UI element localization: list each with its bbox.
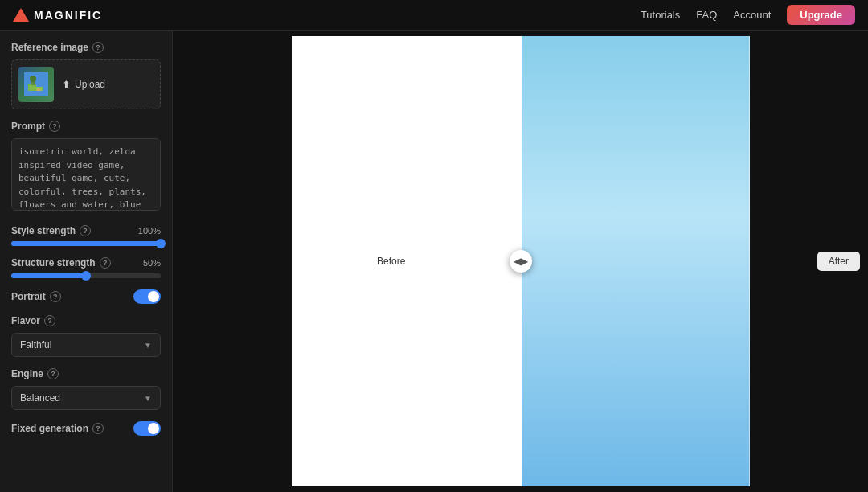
prompt-label: Prompt ? (11, 121, 161, 132)
engine-help-icon[interactable]: ? (47, 368, 59, 379)
svg-rect-5 (37, 88, 40, 91)
structure-strength-help-icon[interactable]: ? (100, 257, 111, 269)
divider-handle[interactable]: ◀▶ (510, 250, 532, 273)
flavor-chevron-icon: ▼ (144, 341, 152, 350)
account-link[interactable]: Account (733, 9, 771, 21)
style-strength-row: Style strength ? 100% (11, 225, 161, 236)
logo-icon (13, 8, 29, 22)
after-button[interactable]: After (817, 252, 860, 271)
flavor-label: Flavor ? (11, 315, 161, 326)
divider-arrows-icon: ◀▶ (514, 256, 528, 267)
comparison-container: ◀▶ (292, 36, 750, 486)
prompt-help-icon[interactable]: ? (49, 121, 60, 132)
topnav-links: Tutorials FAQ Account Upgrade (641, 5, 855, 25)
reference-image-box: ⬆ Upload (11, 59, 161, 109)
sidebar: Reference image ? ⬆ Upload (0, 31, 173, 492)
tutorials-link[interactable]: Tutorials (641, 9, 680, 21)
engine-chevron-icon: ▼ (144, 394, 152, 403)
upgrade-button[interactable]: Upgrade (787, 5, 855, 25)
engine-select-wrap: Balanced ▼ (11, 386, 161, 410)
structure-strength-row: Structure strength ? 50% (11, 257, 161, 269)
prompt-input[interactable]: isometric world, zelda inspired video ga… (11, 138, 161, 211)
topnav: MAGNIFIC Tutorials FAQ Account Upgrade (0, 0, 868, 31)
reference-thumbnail (18, 67, 54, 102)
structure-strength-slider[interactable] (11, 273, 161, 278)
portrait-help-icon[interactable]: ? (50, 291, 61, 302)
engine-label: Engine ? (11, 368, 161, 379)
flavor-select-wrap: Faithful ▼ (11, 333, 161, 357)
fixed-generation-toggle[interactable] (133, 421, 161, 436)
upload-icon: ⬆ (62, 79, 71, 91)
style-strength-label: Style strength ? (11, 225, 91, 236)
svg-point-4 (30, 76, 36, 82)
logo-text: MAGNIFIC (34, 9, 102, 22)
style-strength-slider[interactable] (11, 241, 161, 246)
style-strength-value: 100% (138, 226, 161, 236)
fixed-generation-label: Fixed generation ? (11, 423, 104, 434)
reference-image-help-icon[interactable]: ? (92, 42, 104, 53)
content-area: Before After (173, 31, 868, 492)
reference-image-label: Reference image ? (11, 42, 161, 53)
thumbnail-icon (24, 72, 48, 96)
main-layout: Reference image ? ⬆ Upload (0, 31, 868, 492)
fixed-generation-row: Fixed generation ? (11, 421, 161, 436)
fixed-generation-help-icon[interactable]: ? (92, 423, 104, 434)
flavor-help-icon[interactable]: ? (44, 315, 55, 326)
flavor-select[interactable]: Faithful ▼ (11, 333, 161, 357)
style-strength-help-icon[interactable]: ? (80, 225, 91, 236)
portrait-label: Portrait ? (11, 291, 61, 302)
logo: MAGNIFIC (13, 8, 102, 22)
upload-button[interactable]: ⬆ Upload (62, 79, 105, 91)
portrait-toggle[interactable] (133, 289, 161, 304)
before-button[interactable]: Before (366, 252, 416, 271)
faq-link[interactable]: FAQ (696, 9, 717, 21)
engine-select[interactable]: Balanced ▼ (11, 386, 161, 410)
portrait-row: Portrait ? (11, 289, 161, 304)
structure-strength-label: Structure strength ? (11, 257, 111, 269)
svg-rect-1 (28, 84, 36, 91)
structure-strength-value: 50% (143, 258, 161, 268)
